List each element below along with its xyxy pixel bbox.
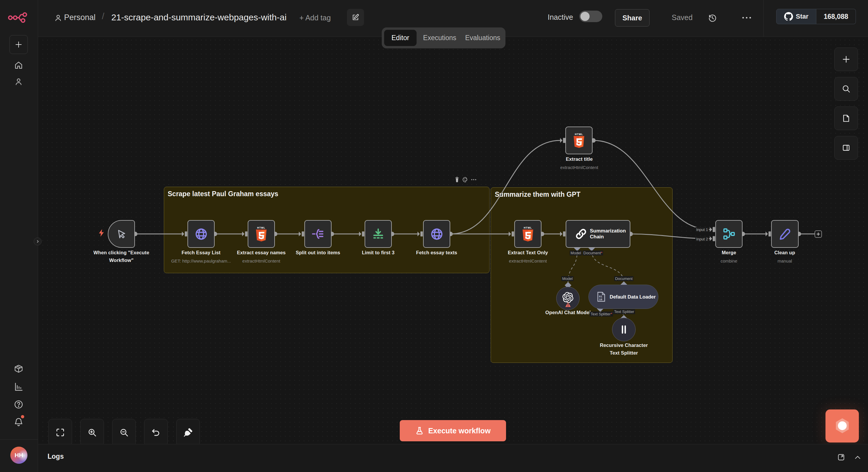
svg-text:HTML: HTML	[257, 226, 266, 229]
svg-text:HTML: HTML	[524, 226, 532, 229]
svg-text:10: 10	[599, 298, 602, 301]
svg-text:HTML: HTML	[575, 133, 583, 136]
